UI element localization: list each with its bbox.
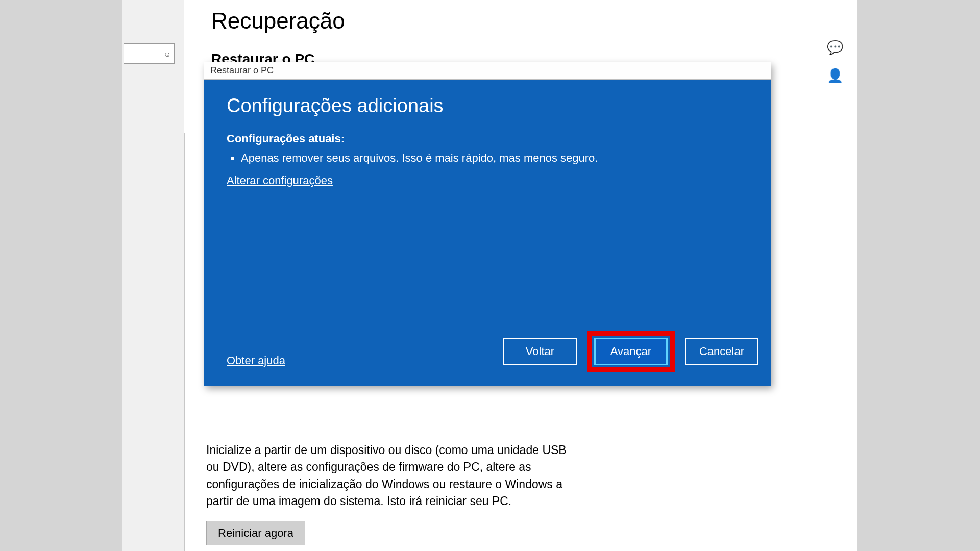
next-button[interactable]: Avançar <box>594 338 668 365</box>
highlight-annotation: Avançar <box>587 331 675 372</box>
feedback-icon[interactable]: 💬 <box>827 40 843 56</box>
reset-pc-dialog: Restaurar o PC Configurações adicionais … <box>204 62 771 386</box>
divider <box>184 133 185 551</box>
main-area: Recuperação Restaurar o PC <box>204 0 847 70</box>
settings-list-item: Apenas remover seus arquivos. Isso é mai… <box>241 152 748 165</box>
advanced-startup-text: Inicialize a partir de um dispositivo ou… <box>206 443 567 508</box>
dialog-button-row: Voltar Avançar Cancelar <box>503 331 758 372</box>
back-button[interactable]: Voltar <box>503 338 577 365</box>
get-help-link[interactable]: Obter ajuda <box>227 354 285 367</box>
person-icon[interactable]: 👤 <box>827 68 843 84</box>
search-icon: ⌕ <box>164 48 170 59</box>
sidebar <box>122 0 184 551</box>
dialog-heading: Configurações adicionais <box>227 95 748 117</box>
cancel-button[interactable]: Cancelar <box>685 338 758 365</box>
dialog-body: Configurações adicionais Configurações a… <box>204 80 771 386</box>
advanced-startup-description: Inicialize a partir de um dispositivo ou… <box>206 442 574 545</box>
restart-now-button[interactable]: Reiniciar agora <box>206 521 305 545</box>
dialog-titlebar: Restaurar o PC <box>204 62 771 80</box>
right-icon-column: 💬 👤 <box>827 40 843 84</box>
page-title: Recuperação <box>211 8 847 34</box>
change-settings-link[interactable]: Alterar configurações <box>227 174 333 187</box>
search-input[interactable]: ⌕ <box>124 43 175 64</box>
page-background: ⌕ Recuperação Restaurar o PC 💬 👤 Restaur… <box>0 0 980 551</box>
current-settings-label: Configurações atuais: <box>227 132 748 145</box>
settings-list: Apenas remover seus arquivos. Isso é mai… <box>241 152 748 165</box>
